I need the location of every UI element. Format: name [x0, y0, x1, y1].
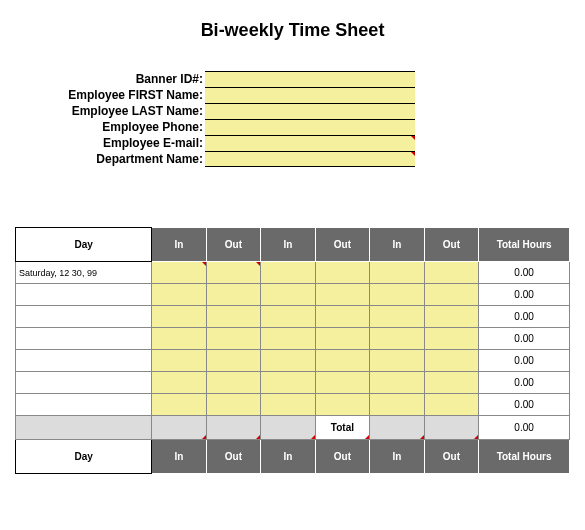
total-blank	[152, 416, 206, 440]
total-blank	[424, 416, 478, 440]
cell-day[interactable]	[16, 350, 152, 372]
cell-in[interactable]	[261, 372, 315, 394]
table-row: 0.00	[16, 350, 570, 372]
cell-in[interactable]	[261, 394, 315, 416]
total-blank	[16, 416, 152, 440]
cell-in[interactable]	[152, 350, 206, 372]
cell-total: 0.00	[479, 328, 570, 350]
cell-out[interactable]	[206, 350, 260, 372]
header-in-2: In	[261, 440, 315, 474]
cell-out[interactable]	[424, 262, 478, 284]
cell-in[interactable]	[370, 328, 424, 350]
header-in-3: In	[370, 228, 424, 262]
total-label: Total	[315, 416, 369, 440]
cell-in[interactable]	[152, 284, 206, 306]
input-phone[interactable]	[205, 119, 415, 135]
cell-out[interactable]	[206, 262, 260, 284]
cell-in[interactable]	[152, 394, 206, 416]
header-out-2: Out	[315, 440, 369, 474]
cell-out[interactable]	[206, 372, 260, 394]
cell-out[interactable]	[206, 284, 260, 306]
input-email[interactable]	[205, 135, 415, 151]
table-row: 0.00	[16, 306, 570, 328]
cell-total: 0.00	[479, 372, 570, 394]
table-row: 0.00	[16, 284, 570, 306]
cell-out[interactable]	[424, 328, 478, 350]
header-out-3: Out	[424, 228, 478, 262]
cell-in[interactable]	[370, 262, 424, 284]
table-row: 0.00	[16, 328, 570, 350]
cell-day[interactable]	[16, 284, 152, 306]
cell-day[interactable]	[16, 394, 152, 416]
cell-in[interactable]	[152, 262, 206, 284]
header-row-bottom: Day In Out In Out In Out Total Hours	[16, 440, 570, 474]
cell-total: 0.00	[479, 350, 570, 372]
cell-day[interactable]: Saturday, 12 30, 99	[16, 262, 152, 284]
header-in-3: In	[370, 440, 424, 474]
input-banner-id[interactable]	[205, 71, 415, 87]
cell-out[interactable]	[315, 394, 369, 416]
label-first-name: Employee FIRST Name:	[15, 87, 205, 103]
total-row: Total 0.00	[16, 416, 570, 440]
cell-in[interactable]	[152, 306, 206, 328]
timesheet-table: Day In Out In Out In Out Total Hours Sat…	[15, 227, 570, 474]
cell-in[interactable]	[370, 306, 424, 328]
cell-in[interactable]	[152, 372, 206, 394]
cell-total: 0.00	[479, 306, 570, 328]
cell-in[interactable]	[370, 372, 424, 394]
header-out-3: Out	[424, 440, 478, 474]
total-blank	[261, 416, 315, 440]
label-last-name: Employee LAST Name:	[15, 103, 205, 119]
grand-total: 0.00	[479, 416, 570, 440]
cell-out[interactable]	[315, 262, 369, 284]
cell-day[interactable]	[16, 328, 152, 350]
cell-out[interactable]	[424, 350, 478, 372]
total-blank	[206, 416, 260, 440]
label-email: Employee E-mail:	[15, 135, 205, 151]
cell-out[interactable]	[206, 394, 260, 416]
table-row: Saturday, 12 30, 99 0.00	[16, 262, 570, 284]
page-title: Bi-weekly Time Sheet	[15, 20, 570, 41]
cell-total: 0.00	[479, 284, 570, 306]
input-last-name[interactable]	[205, 103, 415, 119]
label-department: Department Name:	[15, 151, 205, 167]
header-day: Day	[16, 440, 152, 474]
header-in-2: In	[261, 228, 315, 262]
cell-out[interactable]	[315, 306, 369, 328]
header-in-1: In	[152, 440, 206, 474]
cell-in[interactable]	[370, 394, 424, 416]
header-row-top: Day In Out In Out In Out Total Hours	[16, 228, 570, 262]
cell-out[interactable]	[315, 372, 369, 394]
cell-day[interactable]	[16, 372, 152, 394]
cell-out[interactable]	[424, 284, 478, 306]
cell-out[interactable]	[315, 350, 369, 372]
cell-out[interactable]	[424, 394, 478, 416]
cell-out[interactable]	[424, 372, 478, 394]
total-blank	[370, 416, 424, 440]
header-day: Day	[16, 228, 152, 262]
cell-in[interactable]	[261, 306, 315, 328]
label-banner-id: Banner ID#:	[15, 71, 205, 87]
header-out-1: Out	[206, 228, 260, 262]
cell-total: 0.00	[479, 262, 570, 284]
input-first-name[interactable]	[205, 87, 415, 103]
cell-out[interactable]	[424, 306, 478, 328]
cell-day[interactable]	[16, 306, 152, 328]
header-out-2: Out	[315, 228, 369, 262]
cell-out[interactable]	[315, 328, 369, 350]
header-total-hours: Total Hours	[479, 228, 570, 262]
cell-in[interactable]	[370, 284, 424, 306]
cell-in[interactable]	[261, 328, 315, 350]
cell-out[interactable]	[206, 306, 260, 328]
table-row: 0.00	[16, 372, 570, 394]
cell-in[interactable]	[152, 328, 206, 350]
input-department[interactable]	[205, 151, 415, 167]
cell-out[interactable]	[315, 284, 369, 306]
cell-in[interactable]	[261, 350, 315, 372]
table-row: 0.00	[16, 394, 570, 416]
cell-in[interactable]	[261, 262, 315, 284]
cell-out[interactable]	[206, 328, 260, 350]
label-phone: Employee Phone:	[15, 119, 205, 135]
cell-in[interactable]	[370, 350, 424, 372]
cell-in[interactable]	[261, 284, 315, 306]
